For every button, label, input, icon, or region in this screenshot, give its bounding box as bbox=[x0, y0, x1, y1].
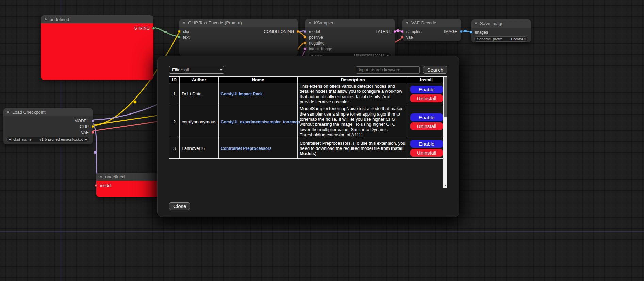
collapse-dot-icon[interactable] bbox=[406, 21, 409, 24]
output-slot-latent[interactable]: LATENT bbox=[376, 29, 395, 34]
input-slot-vae[interactable]: vae bbox=[402, 35, 413, 40]
input-slot-samples[interactable]: samples bbox=[402, 29, 422, 34]
filter-select[interactable]: Filter: all bbox=[169, 66, 224, 74]
collapse-dot-icon[interactable] bbox=[182, 21, 186, 24]
text-slot-dot[interactable] bbox=[178, 36, 181, 39]
search-input[interactable] bbox=[356, 66, 420, 74]
image-slot-dot[interactable] bbox=[469, 31, 473, 34]
latent-slot-dot[interactable] bbox=[303, 47, 307, 50]
output-slot-image[interactable]: IMAGE bbox=[444, 29, 461, 34]
collapse-dot-icon[interactable] bbox=[6, 110, 10, 114]
input-slot-clip[interactable]: clip bbox=[179, 29, 189, 34]
extension-link[interactable]: ComfyUI_experiments/sampler_tonemap bbox=[221, 120, 300, 124]
extension-id: 1 bbox=[169, 83, 180, 105]
col-install: Install bbox=[408, 77, 445, 83]
node-title: undefined bbox=[105, 174, 125, 179]
node-clip-text-encode[interactable]: CLIP Text Encode (Prompt) clip CONDITION… bbox=[179, 19, 298, 56]
node-title: Load Checkpoint bbox=[12, 110, 46, 115]
extension-table: ID Author Name Description Install 1 Dr.… bbox=[169, 76, 445, 159]
output-slot-model[interactable]: MODEL bbox=[74, 119, 93, 123]
clip-slot-dot[interactable] bbox=[178, 30, 181, 33]
node-title-bar[interactable]: Load Checkpoint bbox=[3, 108, 93, 116]
uninstall-button[interactable]: Uninstall bbox=[410, 94, 443, 102]
output-slot-string[interactable]: STRING bbox=[134, 26, 153, 31]
uninstall-button[interactable]: Uninstall bbox=[410, 122, 443, 130]
ckpt-name-widget[interactable]: ◀ ckpt_name v1-5-pruned-emaonly.ckpt ▶ bbox=[6, 137, 89, 142]
extension-row: 1 Dr.Lt.Data ComfyUI Impact Pack This ex… bbox=[169, 83, 445, 105]
node-title-bar[interactable]: KSampler bbox=[305, 19, 395, 27]
output-slot-vae[interactable]: VAE bbox=[81, 130, 93, 135]
node-save-image[interactable]: Save Image images filename_prefix ComfyU… bbox=[471, 19, 531, 42]
extension-description: ControlNet Preprocessors. (To use this e… bbox=[298, 138, 408, 159]
link-midpoint-dot bbox=[397, 29, 399, 32]
previous-arrow-icon[interactable]: ◀ bbox=[9, 138, 11, 141]
scrollbar-down-arrow-icon[interactable]: ▼ bbox=[443, 183, 447, 188]
extension-table-wrap: ID Author Name Description Install 1 Dr.… bbox=[169, 76, 447, 188]
link-midpoint-dot bbox=[134, 101, 137, 104]
latent-slot-dot[interactable] bbox=[393, 30, 396, 33]
image-slot-dot[interactable] bbox=[460, 30, 463, 33]
extension-link[interactable]: ComfyUI Impact Pack bbox=[221, 92, 263, 96]
input-slot-text[interactable]: text bbox=[179, 35, 189, 40]
extension-manager-dialog: Filter: all Search ID Author Name De bbox=[157, 56, 459, 217]
next-arrow-icon[interactable]: ▶ bbox=[85, 138, 87, 141]
model-slot-dot[interactable] bbox=[91, 119, 94, 122]
extension-link[interactable]: ControlNet Preprocessors bbox=[221, 146, 271, 151]
scrollbar-thumb[interactable] bbox=[444, 77, 447, 117]
output-slot-conditioning[interactable]: CONDITIONING bbox=[264, 29, 298, 34]
vae-slot-dot[interactable] bbox=[401, 36, 404, 39]
extension-row: 3 Fannovel16 ControlNet Preprocessors Co… bbox=[169, 138, 445, 159]
enable-button[interactable]: Enable bbox=[410, 140, 443, 148]
clip-slot-dot[interactable] bbox=[91, 125, 94, 128]
extension-author: Fannovel16 bbox=[180, 138, 219, 159]
input-slot-positive[interactable]: positive bbox=[305, 35, 323, 40]
enable-button[interactable]: Enable bbox=[410, 86, 443, 93]
node-title: CLIP Text Encode (Prompt) bbox=[188, 20, 242, 25]
extension-id: 2 bbox=[169, 105, 180, 138]
conditioning-slot-dot[interactable] bbox=[296, 30, 299, 33]
node-load-checkpoint[interactable]: Load Checkpoint MODEL CLIP VAE bbox=[3, 108, 93, 144]
node-title-bar[interactable]: VAE Decode bbox=[402, 19, 461, 27]
conditioning-slot-dot[interactable] bbox=[303, 41, 307, 45]
model-slot-dot[interactable] bbox=[95, 184, 98, 187]
enable-button[interactable]: Enable bbox=[410, 113, 443, 121]
output-slot-clip[interactable]: CLIP bbox=[80, 124, 93, 129]
vae-slot-dot[interactable] bbox=[91, 131, 94, 134]
node-title-bar[interactable]: undefined bbox=[41, 15, 153, 23]
uninstall-button[interactable]: Uninstall bbox=[410, 149, 443, 157]
canvas-axis-horizontal bbox=[0, 231, 644, 232]
close-button[interactable]: Close bbox=[169, 202, 190, 210]
node-title-bar[interactable]: Save Image bbox=[471, 19, 531, 28]
link-midpoint-dot bbox=[464, 30, 467, 32]
node-undefined-model[interactable]: undefined model bbox=[96, 173, 159, 197]
model-slot-dot[interactable] bbox=[303, 30, 307, 33]
conditioning-slot-dot[interactable] bbox=[303, 36, 307, 39]
input-slot-latent-image[interactable]: latent_image bbox=[305, 47, 332, 51]
table-scrollbar[interactable]: ▼ bbox=[443, 76, 447, 188]
search-button[interactable]: Search bbox=[423, 66, 447, 74]
filename-prefix-widget[interactable]: filename_prefix ComfyUI bbox=[474, 36, 528, 42]
extension-description: This extension offers various detector n… bbox=[298, 83, 408, 105]
node-title-bar[interactable]: undefined bbox=[96, 173, 159, 181]
collapse-dot-icon[interactable] bbox=[308, 21, 312, 24]
node-vae-decode[interactable]: VAE Decode samples IMAGE vae bbox=[402, 19, 461, 41]
collapse-dot-icon[interactable] bbox=[99, 175, 103, 178]
comfyui-canvas[interactable]: undefined STRING CLIP Text Encode (Promp… bbox=[0, 0, 644, 281]
col-name: Name bbox=[219, 77, 298, 83]
input-slot-images[interactable]: images bbox=[471, 30, 488, 35]
collapse-dot-icon[interactable] bbox=[44, 18, 47, 21]
node-ksampler[interactable]: KSampler model LATENT positive bbox=[305, 19, 395, 58]
col-description: Description bbox=[298, 77, 408, 83]
node-title-bar[interactable]: CLIP Text Encode (Prompt) bbox=[179, 19, 298, 27]
table-header-row: ID Author Name Description Install bbox=[169, 77, 445, 83]
latent-slot-dot[interactable] bbox=[401, 30, 404, 33]
extension-description: ModelSamplerTonemapNoiseTest a node that… bbox=[298, 105, 408, 138]
input-slot-model[interactable]: model bbox=[305, 29, 320, 34]
node-undefined-string[interactable]: undefined STRING bbox=[41, 15, 153, 80]
input-slot-negative[interactable]: negative bbox=[305, 41, 324, 46]
input-slot-model[interactable]: model bbox=[96, 183, 111, 188]
col-id: ID bbox=[169, 77, 180, 83]
collapse-dot-icon[interactable] bbox=[474, 22, 478, 25]
extension-author: comfyanonymous bbox=[180, 105, 219, 138]
string-slot-dot[interactable] bbox=[152, 27, 155, 30]
